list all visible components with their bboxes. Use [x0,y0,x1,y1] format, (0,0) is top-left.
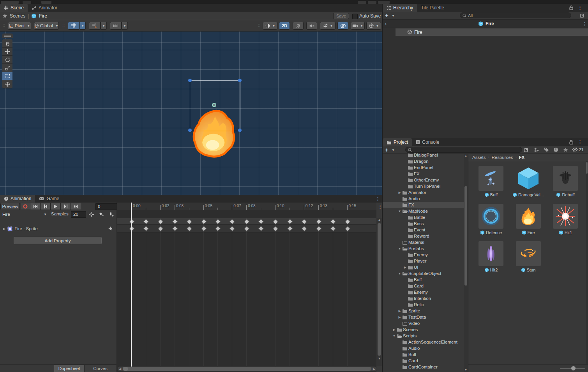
icon-size-slider-knob[interactable] [571,366,576,370]
goto-first-key-button[interactable] [30,203,41,210]
favorites-star-icon[interactable] [563,147,568,152]
tree-item-relic[interactable]: Relic [383,301,464,308]
tree-item-audio[interactable]: Audio [383,196,464,202]
add-keyframe-button[interactable] [97,211,106,218]
scroll-left-arrow[interactable]: ◀ [119,367,121,371]
breadcrumb-target[interactable]: Fire [39,13,47,19]
breadcrumb-resources[interactable]: Resources [492,155,513,160]
scrollbar-thumb[interactable] [378,223,381,356]
tree-item-scriptableobject[interactable]: ▼ScriptableObject [383,270,464,277]
tree-item-endpanel[interactable]: EndPanel [383,164,464,171]
project-folder-tree[interactable]: DialogPanelDragonEndPanelFXOtherEnemyTur… [383,152,464,372]
prefab-header-label[interactable]: Fire [486,21,494,26]
add-event-button[interactable] [107,211,116,218]
tree-item-buff[interactable]: Buff [383,351,464,358]
tree-item-dialogpanel[interactable]: DialogPanel [383,152,464,158]
tree-item-reword[interactable]: Reword [383,233,464,239]
foldout-arrow[interactable]: ▶ [397,191,402,194]
error-filter-icon[interactable] [553,147,558,152]
asset-hit2[interactable]: Hit2 [472,241,510,272]
main-toolbar-button[interactable] [378,1,390,4]
global-dropdown[interactable]: Global▼ [34,22,59,30]
tree-item-enemy[interactable]: Enemy [383,252,464,258]
scroll-up-arrow[interactable]: ▲ [376,218,382,222]
snap-increment-caret[interactable]: ▼ [122,22,128,30]
lock-icon[interactable] [569,140,574,145]
clip-dropdown[interactable]: Fire▼ [0,211,49,218]
main-toolbar-button[interactable] [41,1,51,4]
grid-visibility-button[interactable]: Y [68,22,79,30]
tree-item-card[interactable]: Card [383,358,464,364]
main-toolbar-button[interactable] [358,1,366,4]
scroll-up-arrow[interactable]: ▲ [464,154,468,158]
hierarchy-body[interactable]: Fire [383,28,588,138]
grid-visibility-caret[interactable]: ▼ [79,22,86,30]
goto-last-key-button[interactable] [71,203,81,210]
timeline-ruler[interactable]: 0:000:020:030:050:070:080:100:120:130:15 [117,203,376,210]
scene-viewport[interactable] [0,32,382,195]
scrollbar-thumb[interactable] [586,162,588,174]
breadcrumb-fx[interactable]: FX [519,155,524,160]
foldout-arrow[interactable]: ▶ [392,328,397,331]
asset-damageval-[interactable]: DamageVal... [510,166,547,197]
tab-animation[interactable]: Animation [0,195,35,203]
preview-button[interactable]: Preview [0,203,20,210]
tab-project[interactable]: Project [383,138,412,146]
animation-timeline[interactable]: 0:000:020:030:050:070:080:100:120:130:15 [117,203,376,372]
frame-field[interactable]: 0 [95,203,118,210]
scrollbar-thumb[interactable] [123,367,371,371]
tool-hand[interactable] [2,39,12,48]
scroll-down-arrow[interactable]: ▼ [464,368,468,372]
tab-console[interactable]: Console [412,138,443,146]
snap-increment-button[interactable] [110,22,122,30]
scrollbar-thumb[interactable] [464,186,467,286]
tree-item-audio[interactable]: Audio [383,345,464,351]
tree-item-scripts[interactable]: ▼Scripts [383,333,464,339]
tree-item-actionsequenceelement[interactable]: ActionSequenceElement [383,339,464,345]
foldout-arrow[interactable]: ▼ [397,247,402,250]
foldout-arrow[interactable]: ▶ [403,266,408,269]
timeline-vertical-scrollbar[interactable]: ▲ ▼ [376,218,382,366]
tree-item-battle[interactable]: Battle [383,214,464,220]
add-caret[interactable]: ▼ [392,148,395,152]
tool-scale[interactable] [2,64,12,72]
foldout-arrow[interactable]: ▶ [397,309,402,313]
play-button[interactable] [51,203,61,210]
grid-snap-button[interactable] [89,22,101,30]
main-toolbar-button[interactable] [1,1,19,4]
animation-panel-menu-icon[interactable]: ⋮ [375,196,380,202]
tree-item-mapnode[interactable]: ▼MapNode [383,208,464,214]
main-toolbar-button[interactable] [368,1,376,4]
tree-item-animator[interactable]: ▶Animator [383,189,464,196]
tool-rotate[interactable] [2,56,12,64]
scene-visibility-button[interactable] [337,22,348,30]
tree-item-scenes[interactable]: ▶Scenes [383,326,464,333]
tab-hierarchy[interactable]: Hierarchy [383,4,417,12]
tree-item-boss[interactable]: Boss [383,220,464,227]
scroll-right-arrow[interactable]: ▶ [373,367,375,371]
previous-key-button[interactable] [41,203,51,210]
filter-by-type-icon[interactable] [534,147,539,152]
keyframe-target-button[interactable] [87,211,96,218]
auto-save-checkbox[interactable] [352,14,358,19]
scene-effects-dropdown[interactable]: ▼ [320,22,335,30]
hierarchy-search-input[interactable]: All [460,12,571,18]
asset-defence[interactable]: Defence [472,204,510,235]
add-icon[interactable]: + [385,12,388,19]
hidden-count-eye-icon[interactable] [572,147,578,152]
selection-handle[interactable] [238,129,242,132]
tree-item-cardcontainer[interactable]: CardContainer [383,364,464,370]
tab-animator[interactable]: Animator [28,4,61,12]
property-current-key-diamond[interactable] [108,226,113,231]
prefab-header-menu-icon[interactable]: ⋮ [582,21,587,27]
record-button[interactable] [21,203,30,210]
dopesheet-tab[interactable]: Dopesheet [54,365,85,372]
scene-camera-dropdown[interactable]: ▼ [351,22,365,30]
add-caret[interactable]: ▼ [392,14,395,18]
shading-mode-dropdown[interactable]: ▼ [263,22,277,30]
breadcrumb-assets[interactable]: Assets [472,155,486,160]
scene-gizmos-dropdown[interactable]: ▼ [366,22,381,30]
foldout-arrow[interactable]: ▼ [392,334,397,338]
hierarchy-item-fire[interactable]: Fire [396,28,588,36]
hierarchy-menu-icon[interactable]: ⋮ [577,5,583,11]
